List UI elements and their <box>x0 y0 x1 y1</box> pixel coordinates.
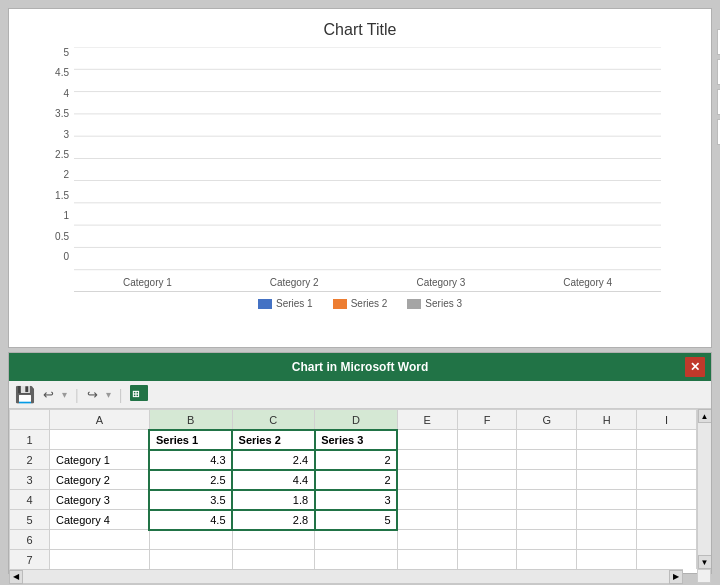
scroll-track-v[interactable] <box>698 423 711 555</box>
spreadsheet-titlebar: Chart in Microsoft Word ✕ <box>9 353 711 381</box>
undo-icon[interactable]: ↩ <box>43 387 54 402</box>
cell-2f[interactable] <box>457 450 517 470</box>
cell-1c[interactable]: Series 2 <box>232 430 315 450</box>
cell-5f[interactable] <box>457 510 517 530</box>
cell-5c[interactable]: 2.8 <box>232 510 315 530</box>
cell-1h[interactable] <box>577 430 637 450</box>
col-header-e[interactable]: E <box>397 410 457 430</box>
cell-1a[interactable] <box>50 430 150 450</box>
close-button[interactable]: ✕ <box>685 357 705 377</box>
cell-7h[interactable] <box>577 550 637 570</box>
cell-2c[interactable]: 2.4 <box>232 450 315 470</box>
cell-6g[interactable] <box>517 530 577 550</box>
bars-container <box>74 47 661 272</box>
cell-6h[interactable] <box>577 530 637 550</box>
table-icon[interactable]: ⊞ <box>130 385 148 405</box>
cell-3c[interactable]: 4.4 <box>232 470 315 490</box>
cell-4h[interactable] <box>577 490 637 510</box>
spreadsheet-table-container: A B C D E F G H I 1 Series <box>9 409 697 569</box>
col-header-f[interactable]: F <box>457 410 517 430</box>
col-header-i[interactable]: I <box>637 410 697 430</box>
scroll-left-button[interactable]: ◀ <box>9 570 23 584</box>
col-header-b[interactable]: B <box>149 410 232 430</box>
cell-1e[interactable] <box>397 430 457 450</box>
table-row: 1 Series 1 Series 2 Series 3 <box>10 430 697 450</box>
cell-3g[interactable] <box>517 470 577 490</box>
x-labels: Category 1 Category 2 Category 3 Categor… <box>74 272 661 292</box>
legend-label-s2: Series 2 <box>351 298 388 309</box>
cell-6e[interactable] <box>397 530 457 550</box>
row-num-5: 5 <box>10 510 50 530</box>
legend-color-s3 <box>407 299 421 309</box>
horizontal-scrollbar[interactable]: ◀ ▶ <box>9 569 683 583</box>
cell-6f[interactable] <box>457 530 517 550</box>
cell-7b[interactable] <box>149 550 232 570</box>
cell-5e[interactable] <box>397 510 457 530</box>
scroll-down-button[interactable]: ▼ <box>698 555 712 569</box>
cell-2b[interactable]: 4.3 <box>149 450 232 470</box>
cell-5d[interactable]: 5 <box>315 510 398 530</box>
cell-1d[interactable]: Series 3 <box>315 430 398 450</box>
cell-7c[interactable] <box>232 550 315 570</box>
col-header-g[interactable]: G <box>517 410 577 430</box>
cell-6a[interactable] <box>50 530 150 550</box>
cell-5h[interactable] <box>577 510 637 530</box>
cell-5g[interactable] <box>517 510 577 530</box>
cell-4e[interactable] <box>397 490 457 510</box>
cell-4g[interactable] <box>517 490 577 510</box>
redo-dropdown-icon: ▾ <box>106 389 111 400</box>
cell-4a[interactable]: Category 3 <box>50 490 150 510</box>
svg-text:⊞: ⊞ <box>132 389 140 399</box>
cell-7f[interactable] <box>457 550 517 570</box>
cell-3f[interactable] <box>457 470 517 490</box>
cell-1f[interactable] <box>457 430 517 450</box>
cell-7g[interactable] <box>517 550 577 570</box>
cell-3a[interactable]: Category 2 <box>50 470 150 490</box>
col-header-c[interactable]: C <box>232 410 315 430</box>
col-header-h[interactable]: H <box>577 410 637 430</box>
cell-7e[interactable] <box>397 550 457 570</box>
cell-5i[interactable] <box>637 510 697 530</box>
cell-3i[interactable] <box>637 470 697 490</box>
scroll-track-h[interactable] <box>23 570 669 583</box>
cell-4f[interactable] <box>457 490 517 510</box>
cell-2i[interactable] <box>637 450 697 470</box>
x-label-3: Category 3 <box>416 277 465 288</box>
col-header-d[interactable]: D <box>315 410 398 430</box>
cell-6c[interactable] <box>232 530 315 550</box>
cell-6i[interactable] <box>637 530 697 550</box>
cell-2e[interactable] <box>397 450 457 470</box>
y-axis: 0 0.5 1 1.5 2 2.5 3 3.5 4 4.5 5 <box>19 47 69 262</box>
cell-5a[interactable]: Category 4 <box>50 510 150 530</box>
cell-2h[interactable] <box>577 450 637 470</box>
cell-4b[interactable]: 3.5 <box>149 490 232 510</box>
cell-1i[interactable] <box>637 430 697 450</box>
cell-7d[interactable] <box>315 550 398 570</box>
vertical-scrollbar[interactable]: ▲ ▼ <box>697 409 711 569</box>
cell-4d[interactable]: 3 <box>315 490 398 510</box>
cell-5b[interactable]: 4.5 <box>149 510 232 530</box>
cell-3e[interactable] <box>397 470 457 490</box>
cell-6b[interactable] <box>149 530 232 550</box>
cell-3h[interactable] <box>577 470 637 490</box>
cell-3b[interactable]: 2.5 <box>149 470 232 490</box>
chart-legend: Series 1 Series 2 Series 3 <box>9 292 711 317</box>
cell-7a[interactable] <box>50 550 150 570</box>
cell-2g[interactable] <box>517 450 577 470</box>
cell-7i[interactable] <box>637 550 697 570</box>
cell-6d[interactable] <box>315 530 398 550</box>
scroll-right-button[interactable]: ▶ <box>669 570 683 584</box>
cell-1g[interactable] <box>517 430 577 450</box>
cell-3d[interactable]: 2 <box>315 470 398 490</box>
cell-2d[interactable]: 2 <box>315 450 398 470</box>
redo-icon[interactable]: ↪ <box>87 387 98 402</box>
cell-2a[interactable]: Category 1 <box>50 450 150 470</box>
col-header-a[interactable]: A <box>50 410 150 430</box>
cell-4i[interactable] <box>637 490 697 510</box>
row-num-7: 7 <box>10 550 50 570</box>
cell-1b[interactable]: Series 1 <box>149 430 232 450</box>
scroll-up-button[interactable]: ▲ <box>698 409 712 423</box>
legend-series1: Series 1 <box>258 298 313 309</box>
save-icon[interactable]: 💾 <box>15 385 35 404</box>
cell-4c[interactable]: 1.8 <box>232 490 315 510</box>
